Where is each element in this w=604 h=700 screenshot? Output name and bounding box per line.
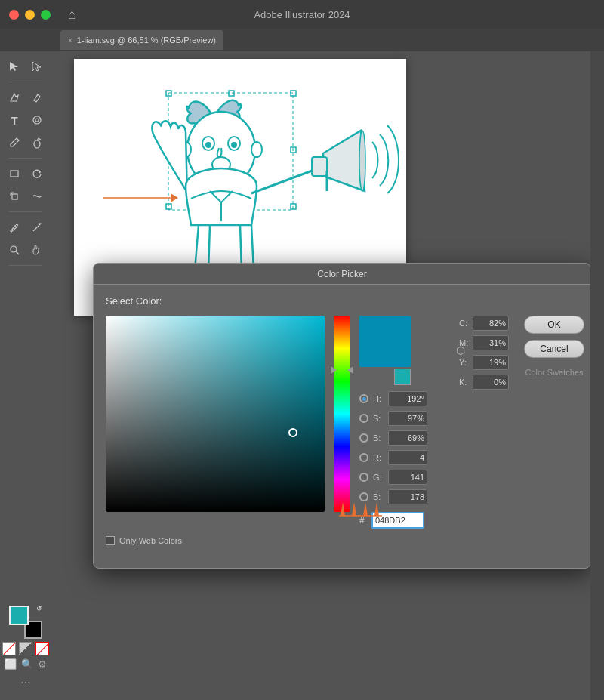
field-row-s: S: — [359, 411, 450, 426]
spiral-tool[interactable] — [26, 109, 48, 131]
dialog-buttons: OK Cancel Color Swatches — [524, 316, 584, 382]
arrows-svg — [335, 502, 403, 529]
radio-g[interactable] — [359, 473, 368, 482]
selection-arrow — [103, 189, 178, 208]
eyedropper-tool[interactable] — [4, 217, 25, 238]
direct-selection-tool[interactable] — [26, 56, 48, 77]
hue-strip — [334, 316, 350, 512]
svg-point-24 — [231, 142, 237, 148]
hand-tool[interactable] — [26, 239, 48, 261]
maximize-window-button[interactable] — [41, 10, 51, 20]
hue-strip-container[interactable] — [334, 316, 350, 512]
none-swatch[interactable] — [2, 642, 16, 655]
search-icon[interactable]: 🔍 — [21, 658, 33, 670]
tool-row-7 — [4, 217, 48, 238]
dialog-main-row: ⬡ H: S: — [106, 316, 578, 529]
b-label: B: — [373, 433, 384, 443]
blob-brush-tool[interactable] — [26, 132, 48, 153]
web-safe-icon: ⬡ — [456, 344, 465, 356]
color-mode-row — [2, 642, 49, 655]
svg-rect-7 — [12, 194, 17, 199]
c-input[interactable] — [473, 316, 509, 331]
cmyk-row-c: C: — [459, 316, 509, 331]
selection-tool[interactable] — [4, 56, 25, 77]
svg-marker-1 — [32, 62, 41, 71]
y-input[interactable] — [473, 355, 509, 370]
color-mode-stack[interactable]: ↺ — [9, 606, 42, 639]
close-window-button[interactable] — [9, 10, 19, 20]
paintbrush-tool[interactable] — [4, 132, 25, 153]
field-row-h: H: — [359, 391, 450, 406]
field-row-b: B: — [359, 430, 450, 446]
only-web-checkbox[interactable] — [106, 536, 115, 545]
active-tab[interactable]: × 1-liam.svg @ 66,51 % (RGB/Preview) — [60, 30, 223, 50]
pattern-swatch[interactable] — [35, 642, 49, 655]
g-label: G: — [373, 473, 384, 482]
m-input[interactable] — [473, 335, 509, 350]
rotate-tool[interactable] — [26, 163, 48, 184]
radio-r[interactable] — [359, 453, 368, 462]
zoom-tool[interactable] — [4, 239, 25, 261]
svg-marker-32 — [341, 502, 345, 516]
svg-marker-31 — [171, 193, 178, 202]
k-input[interactable] — [473, 375, 509, 390]
cmyk-row-y: Y: — [459, 355, 509, 370]
pencil-tool[interactable] — [26, 87, 48, 108]
canvas-area: Color Picker Select Color: — [51, 51, 590, 700]
b2-label: B: — [373, 492, 384, 501]
gradient-swatch[interactable] — [19, 642, 32, 655]
color-preview-area: ⬡ — [359, 316, 450, 385]
color-fields-hsb: H: S: B: — [359, 391, 450, 504]
minimize-window-button[interactable] — [25, 10, 35, 20]
c-label: C: — [459, 319, 470, 328]
color-picker-dialog: Color Picker Select Color: — [93, 263, 590, 569]
g-input[interactable] — [388, 470, 427, 485]
svg-point-4 — [34, 140, 40, 148]
h-input[interactable] — [388, 391, 427, 406]
pen-tool[interactable] — [4, 87, 25, 108]
radio-s[interactable] — [359, 414, 368, 423]
svg-rect-5 — [11, 171, 18, 177]
svg-rect-28 — [312, 157, 327, 176]
tab-close-button[interactable]: × — [68, 36, 72, 45]
titlebar: Adobe Illustrator 2024 ⌂ — [0, 0, 604, 29]
left-toolbar: T — [0, 51, 51, 700]
svg-point-23 — [205, 142, 211, 148]
dialog-titlebar: Color Picker — [94, 264, 590, 285]
svg-line-9 — [16, 251, 19, 254]
gradient-overlay — [106, 316, 325, 512]
tool-row-3: T — [4, 109, 48, 131]
tool-row-4 — [4, 132, 48, 153]
more-tools-button[interactable]: ··· — [20, 676, 30, 689]
r-input[interactable] — [388, 450, 427, 465]
svg-point-27 — [251, 142, 262, 157]
type-tool[interactable]: T — [4, 109, 25, 131]
fill-swatch[interactable] — [9, 606, 29, 625]
tool-row-6 — [4, 186, 48, 207]
ok-button[interactable]: OK — [524, 316, 584, 334]
only-web-colors-row: Only Web Colors — [106, 536, 578, 545]
tool-row-5 — [4, 163, 48, 184]
color-gradient-picker[interactable] — [106, 316, 325, 512]
color-swatches-button: Color Swatches — [524, 364, 584, 382]
cmyk-row-m: M: — [459, 335, 509, 350]
toolbar-bottom-icons: ⬜ 🔍 ⚙ — [5, 658, 47, 670]
radio-b[interactable] — [359, 433, 368, 443]
cancel-button[interactable]: Cancel — [524, 340, 584, 358]
color-preview-small — [394, 369, 411, 385]
home-icon[interactable]: ⌂ — [68, 7, 76, 23]
settings-icon[interactable]: ⚙ — [38, 658, 47, 670]
radio-h[interactable] — [359, 394, 368, 403]
artboard-icon[interactable]: ⬜ — [5, 658, 17, 670]
svg-point-8 — [11, 246, 17, 252]
measure-tool[interactable] — [26, 217, 48, 238]
svg-point-3 — [35, 119, 39, 122]
rectangle-tool[interactable] — [4, 163, 25, 184]
b-input[interactable] — [388, 430, 427, 446]
scale-tool[interactable] — [4, 186, 25, 207]
field-row-r: R: — [359, 450, 450, 465]
s-input[interactable] — [388, 411, 427, 426]
warp-tool[interactable] — [26, 186, 48, 207]
color-preview-fields: ⬡ H: S: — [359, 316, 450, 529]
radio-b2[interactable] — [359, 492, 368, 501]
